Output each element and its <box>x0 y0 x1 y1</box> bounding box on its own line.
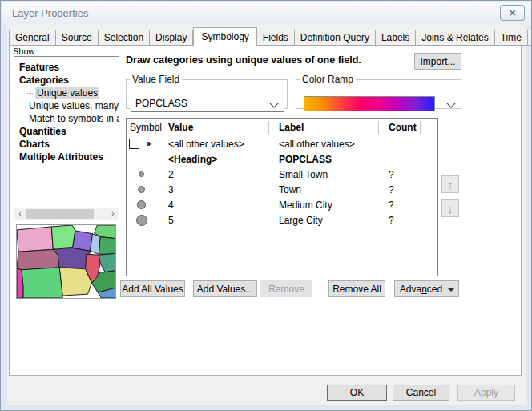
value-field-group: Value Field POPCLASS <box>126 74 288 109</box>
tree-connector <box>26 87 33 94</box>
table-row[interactable]: <all other values> <all other values> <box>127 136 437 151</box>
symbol-dot[interactable] <box>139 171 144 177</box>
all-other-values-checkbox[interactable] <box>129 139 139 149</box>
color-ramp-group-label: Color Ramp <box>300 74 356 85</box>
column-label: Label <box>269 121 379 134</box>
value-field-group-label: Value Field <box>130 74 182 85</box>
title-bar[interactable]: Layer Properties <box>2 2 531 25</box>
chevron-down-icon <box>269 99 278 107</box>
column-value: Value <box>156 121 269 134</box>
move-down-button[interactable]: ↓ <box>441 199 459 217</box>
tab-html-popup[interactable]: HTML Popup <box>528 30 532 46</box>
tab-display[interactable]: Display <box>150 30 193 46</box>
table-row[interactable]: <Heading> POPCLASS <box>127 151 437 167</box>
tab-definition-query[interactable]: Definition Query <box>295 30 376 46</box>
add-all-values-button[interactable]: Add All Values <box>120 280 185 297</box>
advanced-button[interactable]: Advanced <box>394 280 459 297</box>
value-field-selected: POPCLASS <box>135 98 187 109</box>
color-ramp-swatch <box>304 96 435 111</box>
tab-strip: General Source Selection Display Symbolo… <box>9 29 532 46</box>
values-table: Symbol Value Label Count <all other valu… <box>126 118 438 276</box>
remove-all-button[interactable]: Remove All <box>328 280 385 297</box>
close-icon: × <box>509 6 515 19</box>
tree-item-match-symbols[interactable]: Match to symbols in a <box>14 112 119 125</box>
tree-connector <box>26 99 26 107</box>
tree-item-unique-values-many[interactable]: Unique values, many <box>14 99 119 112</box>
tree-item-quantities[interactable]: Quantities <box>14 125 119 138</box>
scroll-right-icon[interactable]: › <box>107 208 119 220</box>
tab-time[interactable]: Time <box>495 30 528 46</box>
show-label: Show: <box>13 46 38 56</box>
table-header: Symbol Value Label Count <box>127 119 437 136</box>
column-count: Count <box>379 121 421 134</box>
tab-selection[interactable]: Selection <box>99 30 150 46</box>
import-button[interactable]: Import... <box>414 53 461 70</box>
scroll-left-icon[interactable]: ‹ <box>14 208 26 220</box>
symbol-dot[interactable] <box>138 186 145 193</box>
arrow-up-icon: ↑ <box>447 178 453 191</box>
tree-connector <box>26 112 26 119</box>
symbol-dot[interactable] <box>147 142 151 146</box>
description-text: Draw categories using unique values of o… <box>126 54 408 66</box>
tree-item-charts[interactable]: Charts <box>14 138 119 151</box>
table-row[interactable]: 5 Large City ? <box>127 212 437 228</box>
tree-item-features[interactable]: Features <box>14 61 119 74</box>
color-ramp-dropdown[interactable] <box>304 96 456 112</box>
table-row[interactable]: 2 Small Town ? <box>127 167 437 182</box>
window-title: Layer Properties <box>12 7 88 19</box>
dropdown-arrow-icon <box>448 288 454 292</box>
value-field-dropdown[interactable]: POPCLASS <box>131 95 284 112</box>
tree-horizontal-scrollbar[interactable]: ‹ › <box>14 208 119 220</box>
tab-source[interactable]: Source <box>56 30 99 46</box>
ok-button[interactable]: OK <box>327 385 387 401</box>
remove-button: Remove <box>260 280 312 297</box>
table-row[interactable]: 3 Town ? <box>127 182 437 197</box>
tab-labels[interactable]: Labels <box>376 30 416 46</box>
arrow-down-icon: ↓ <box>447 202 453 216</box>
move-up-button[interactable]: ↑ <box>441 175 459 193</box>
column-symbol: Symbol <box>127 121 156 134</box>
tab-joins-relates[interactable]: Joins & Relates <box>416 30 494 46</box>
tab-general[interactable]: General <box>9 30 56 46</box>
chevron-down-icon <box>446 99 455 107</box>
symbology-tab-page: Show: Features Categories Unique values … <box>9 46 522 376</box>
show-tree: Features Categories Unique values Unique… <box>14 56 119 220</box>
close-button[interactable]: × <box>500 5 525 21</box>
tree-item-unique-values[interactable]: Unique values <box>14 87 119 99</box>
symbol-dot[interactable] <box>136 215 147 226</box>
add-values-button[interactable]: Add Values... <box>193 280 257 297</box>
tree-item-categories[interactable]: Categories <box>14 74 119 87</box>
table-row[interactable]: 4 Medium City ? <box>127 197 437 212</box>
symbol-dot[interactable] <box>137 200 146 209</box>
map-preview <box>16 224 116 299</box>
tab-fields[interactable]: Fields <box>257 30 295 46</box>
tree-item-multiple-attributes[interactable]: Multiple Attributes <box>14 151 119 163</box>
apply-button: Apply <box>457 385 515 401</box>
tab-symbology[interactable]: Symbology <box>193 27 256 46</box>
cancel-button[interactable]: Cancel <box>393 385 449 401</box>
layer-properties-dialog: Layer Properties × General Source Select… <box>0 0 532 411</box>
scroll-thumb[interactable] <box>26 209 94 219</box>
color-ramp-group: Color Ramp <box>296 74 461 109</box>
